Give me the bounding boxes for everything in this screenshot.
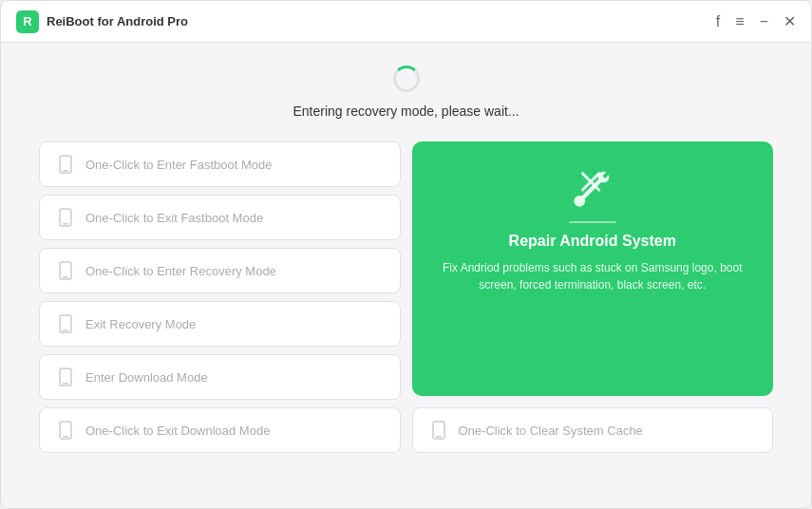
menu-icon[interactable]: ≡	[735, 13, 744, 30]
repair-icon	[569, 164, 616, 212]
svg-rect-9	[63, 383, 68, 385]
loading-spinner	[393, 66, 420, 92]
phone-icon-1	[55, 154, 76, 175]
app-title: ReiBoot for Android Pro	[47, 14, 188, 28]
minimize-icon[interactable]: −	[760, 13, 768, 30]
status-text: Entering recovery mode, please wait...	[293, 104, 519, 119]
exit-fastboot-button[interactable]: One-Click to Exit Fastboot Mode	[39, 195, 401, 240]
svg-rect-11	[63, 436, 68, 438]
svg-rect-7	[63, 330, 68, 331]
phone-icon-2	[55, 207, 76, 228]
exit-fastboot-label: One-Click to Exit Fastboot Mode	[85, 211, 263, 225]
phone-icon-5	[55, 367, 76, 387]
spinner-container	[389, 62, 424, 96]
svg-rect-5	[63, 276, 68, 278]
clear-cache-label: One-Click to Clear System Cache	[459, 424, 643, 438]
clear-cache-button[interactable]: One-Click to Clear System Cache	[412, 407, 774, 453]
title-bar: R ReiBoot for Android Pro f ≡ − ✕	[1, 1, 811, 43]
enter-fastboot-button[interactable]: One-Click to Enter Fastboot Mode	[39, 141, 401, 187]
phone-icon-3	[55, 260, 76, 281]
left-column: One-Click to Enter Fastboot Mode One-Cli…	[39, 141, 401, 453]
enter-fastboot-label: One-Click to Enter Fastboot Mode	[85, 158, 273, 172]
repair-android-card[interactable]: Repair Android System Fix Andriod proble…	[412, 141, 774, 396]
svg-rect-3	[63, 223, 68, 225]
exit-recovery-button[interactable]: Exit Recovery Mode	[39, 301, 401, 347]
logo-icon: R	[16, 10, 39, 33]
close-icon[interactable]: ✕	[784, 12, 796, 30]
enter-download-button[interactable]: Enter Download Mode	[39, 354, 401, 400]
window-controls: f ≡ − ✕	[716, 12, 796, 30]
svg-rect-1	[63, 170, 68, 172]
repair-card-divider	[569, 221, 616, 223]
enter-download-label: Enter Download Mode	[85, 370, 208, 385]
right-column: Repair Android System Fix Andriod proble…	[412, 141, 774, 453]
facebook-icon[interactable]: f	[716, 13, 720, 30]
repair-card-description: Fix Andriod problems such as stuck on Sa…	[431, 259, 755, 293]
exit-download-label: One-Click to Exit Download Mode	[85, 424, 270, 438]
enter-recovery-label: One-Click to Enter Recovery Mode	[85, 264, 276, 278]
exit-download-button[interactable]: One-Click to Exit Download Mode	[39, 407, 401, 453]
app-logo: R ReiBoot for Android Pro	[16, 10, 188, 33]
phone-icon-7	[428, 420, 449, 441]
app-window: R ReiBoot for Android Pro f ≡ − ✕ Enteri…	[0, 0, 812, 509]
svg-rect-13	[436, 436, 442, 438]
phone-icon-4	[55, 313, 76, 334]
main-content: One-Click to Enter Fastboot Mode One-Cli…	[1, 134, 811, 508]
phone-icon-6	[55, 420, 76, 441]
status-bar: Entering recovery mode, please wait...	[1, 43, 811, 134]
enter-recovery-button[interactable]: One-Click to Enter Recovery Mode	[39, 248, 401, 293]
exit-recovery-label: Exit Recovery Mode	[85, 317, 196, 331]
repair-card-title: Repair Android System	[509, 233, 676, 250]
